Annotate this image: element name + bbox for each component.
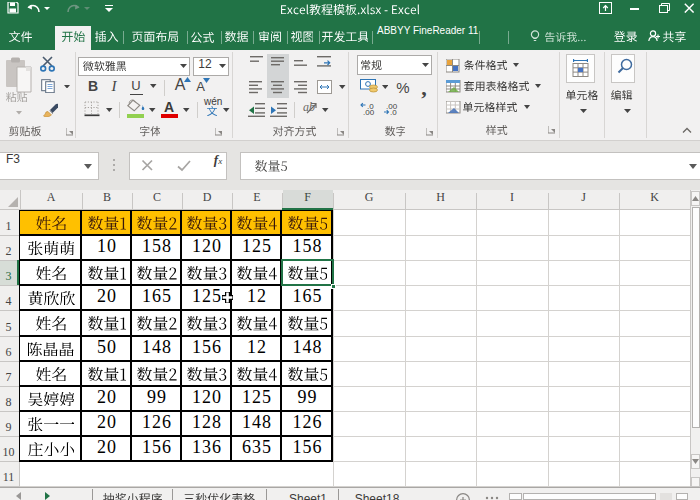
svg-text:.0: .0 <box>390 108 397 115</box>
svg-text:.00: .00 <box>363 108 375 115</box>
